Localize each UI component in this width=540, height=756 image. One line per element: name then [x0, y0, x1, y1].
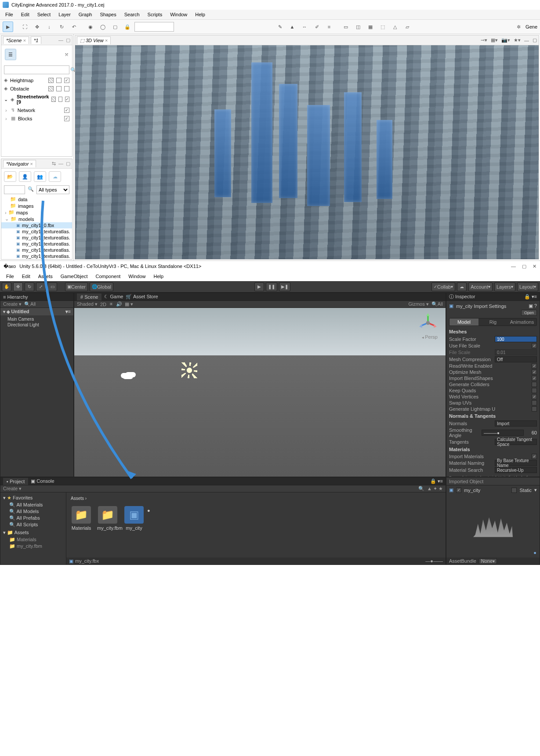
property-value[interactable]: By Base Texture Name [495, 460, 537, 466]
nav-item[interactable]: ›📁maps [1, 209, 72, 216]
nav-item[interactable]: ▣my_city1_0.fbx [1, 222, 72, 228]
layer-checkbox[interactable] [51, 97, 55, 102]
console-tab[interactable]: ▣ Console [31, 478, 54, 484]
property-value[interactable]: 100 [495, 336, 537, 342]
property-checkbox[interactable] [532, 369, 537, 375]
bundle-dropdown[interactable]: None ▾ [479, 558, 497, 564]
move-tool[interactable]: ✥ [13, 282, 23, 291]
min-icon[interactable]: — [58, 161, 63, 166]
toolbar-search[interactable] [134, 22, 174, 32]
menu-file[interactable]: File [3, 272, 18, 280]
property-slider[interactable]: ———● [482, 430, 524, 436]
assets-breadcrumb[interactable]: Assets › [69, 495, 443, 502]
star-icon[interactable]: ★▾ [514, 37, 521, 43]
help-icon[interactable]: ▣ ? [529, 303, 537, 309]
inspector-tab[interactable]: ⓘ Inspector [449, 293, 475, 300]
layer-checkbox[interactable] [48, 86, 54, 91]
menu-help[interactable]: Help [192, 11, 209, 18]
filter-icon[interactable]: ▲ ✦ ★ [427, 486, 443, 492]
share-icon[interactable]: ⤱ [65, 52, 69, 58]
hier-search[interactable]: 🔍All [24, 301, 36, 307]
menu-window[interactable]: Window [125, 272, 149, 280]
link-icon[interactable]: ⤙▾ [481, 37, 487, 43]
shaded-dropdown[interactable]: Shaded ▾ [77, 301, 98, 307]
frame-button[interactable]: ⛶ [19, 22, 30, 32]
generate-icon[interactable]: ✲ [513, 22, 524, 32]
gizmos-dropdown[interactable]: Gizmos ▾ [408, 301, 428, 307]
layer-checkbox[interactable] [48, 78, 54, 83]
menu-layer[interactable]: Layer [55, 11, 74, 18]
menu-shapes[interactable]: Shapes [96, 11, 120, 18]
search-icon[interactable]: 🔍 [27, 185, 35, 194]
collab-button[interactable]: ✓ Collab ▾ [431, 282, 455, 291]
cloud-button[interactable]: ☁ [457, 282, 467, 291]
center-pivot-button[interactable]: ▣ Center [65, 282, 88, 291]
global-local-button[interactable]: 🌐 Global [90, 282, 113, 291]
nav-search-input[interactable] [4, 185, 25, 194]
layer-checkbox[interactable] [56, 86, 62, 91]
scene-viewport[interactable]: ◂ Persp [74, 308, 446, 477]
model-tab[interactable]: Model [449, 318, 478, 326]
layer-checkbox[interactable] [64, 116, 69, 121]
nav-item[interactable]: 📁images [1, 203, 72, 209]
rotate-tool[interactable]: ↻ [25, 282, 34, 291]
layer-row[interactable]: ⌄◈Streetnetwork [9 [1, 93, 72, 106]
layer-checkbox[interactable] [58, 97, 62, 102]
favorites-header[interactable]: ▾ ★ Favorites [0, 494, 66, 502]
property-checkbox[interactable] [532, 376, 537, 381]
min-icon[interactable]: — [524, 38, 529, 43]
shape4-icon[interactable]: ⬚ [377, 22, 388, 32]
nav-item[interactable]: ⌄📁models [1, 216, 72, 222]
3d-viewport[interactable] [75, 45, 539, 259]
max-icon[interactable]: ▢ [533, 37, 537, 43]
align-icon[interactable]: ≡ [324, 22, 334, 32]
close-icon[interactable]: ✕ [533, 264, 536, 269]
lock-icon[interactable]: 🔒 ▾≡ [524, 294, 537, 300]
scale-tool[interactable]: ⤢ [36, 282, 46, 291]
menu-graph[interactable]: Graph [75, 11, 96, 18]
shape2-icon[interactable]: ◫ [353, 22, 363, 32]
cube-icon[interactable]: ▢ [110, 22, 120, 32]
hierarchy-item[interactable]: Directional Light [0, 322, 73, 328]
scene-tab[interactable]: # Scene [77, 293, 101, 300]
asset-item[interactable]: ▣●my_city [123, 506, 145, 531]
animations-tab[interactable]: Animations [507, 318, 536, 326]
light-toggle[interactable]: ☀ [109, 301, 113, 307]
menu-select[interactable]: Select [34, 11, 54, 18]
street-icon[interactable]: ↔ [299, 22, 310, 32]
folder-item[interactable]: 📁 Materials [0, 536, 66, 543]
menu-scripts[interactable]: Scripts [144, 11, 166, 18]
property-checkbox[interactable] [532, 400, 537, 405]
assets-header[interactable]: ▾ 📁 Assets [0, 528, 66, 536]
static-checkbox[interactable] [511, 488, 517, 493]
project-tab[interactable]: ▪ Project [3, 478, 28, 485]
user-icon[interactable]: 👤 [19, 171, 31, 182]
layers-button[interactable]: Layers ▾ [494, 282, 515, 291]
menu-search[interactable]: Search [121, 11, 143, 18]
nav-item[interactable]: ▣my_city1_textureatlas. [1, 241, 72, 247]
nav-icon[interactable]: ⇆ [52, 161, 56, 166]
property-value[interactable]: Calculate Tangent Space [495, 439, 537, 445]
layer-checkbox[interactable] [64, 78, 69, 83]
min-icon[interactable]: — [58, 37, 63, 43]
scene-search-input[interactable] [4, 67, 69, 72]
layer-checkbox[interactable] [65, 97, 69, 102]
pause-button[interactable]: ❚❚ [266, 282, 277, 291]
users-icon[interactable]: 👥 [34, 171, 46, 182]
nav-item[interactable]: ▣my_city1_textureatlas. [1, 253, 72, 259]
menu-file[interactable]: File [2, 11, 17, 18]
rig-tab[interactable]: Rig [478, 318, 507, 326]
property-value[interactable]: Off [495, 356, 537, 362]
favorite-item[interactable]: 🔍 All Materials [0, 502, 66, 508]
3dview-tab[interactable]: ⬚ 3D View × [77, 36, 111, 44]
size-slider[interactable]: —●—— [425, 558, 443, 564]
property-value[interactable]: 0.01 [495, 349, 537, 355]
menu-gameobject[interactable]: GameObject [57, 272, 91, 280]
globe-icon[interactable]: ◉ [85, 22, 96, 32]
rect-tool[interactable]: ▭ [47, 282, 57, 291]
game-tab[interactable]: ☾ Game [104, 294, 123, 300]
property-value[interactable]: Import [495, 420, 537, 427]
navigator-tab[interactable]: *Navigator × [3, 160, 36, 167]
shape6-icon[interactable]: ▱ [402, 22, 413, 32]
favorite-item[interactable]: 🔍 All Scripts [0, 521, 66, 528]
